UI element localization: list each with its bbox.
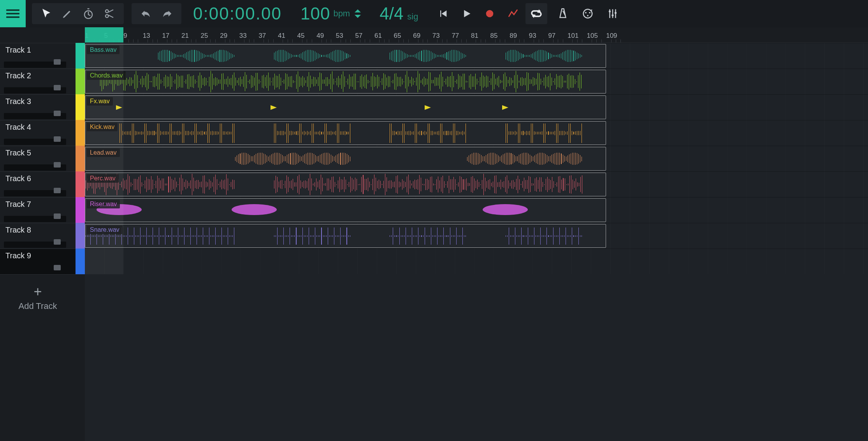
svg-point-6	[589, 12, 591, 14]
track-row[interactable]: Track 5	[0, 146, 76, 171]
add-track-button[interactable]: + Add Track	[0, 274, 76, 441]
track-volume-slider[interactable]	[4, 87, 66, 93]
track-volume-slider[interactable]	[4, 113, 66, 119]
ruler-tick: 25	[201, 32, 208, 40]
metronome-button[interactable]	[552, 3, 574, 24]
track-row[interactable]: Track 9	[0, 249, 76, 274]
clip-label: Kick.wav	[87, 123, 118, 131]
clip-label: Riser.wav	[87, 200, 120, 208]
clip-row[interactable]: Snare.wav	[85, 223, 868, 249]
redo-button[interactable]	[156, 3, 177, 24]
svg-rect-10	[615, 12, 617, 14]
track-row[interactable]: Track 6	[0, 171, 76, 197]
ruler-tick: 53	[336, 32, 343, 40]
track-row[interactable]: Track 7	[0, 197, 76, 223]
track-row[interactable]: Track 1	[0, 43, 76, 69]
track-name: Track 1	[5, 46, 70, 55]
color-strip	[76, 27, 85, 441]
audio-clip[interactable]: Snare.wav	[85, 224, 606, 248]
pencil-tool[interactable]	[57, 3, 78, 24]
hamburger-icon	[6, 7, 19, 20]
track-color-swatch[interactable]	[76, 223, 85, 249]
clip-row[interactable]: Perc.wav	[85, 171, 868, 197]
clips-area[interactable]: Bass.wavChords.wavFx.wavKick.wavLead.wav…	[85, 43, 868, 274]
clip-row[interactable]	[85, 249, 868, 274]
svg-rect-9	[612, 15, 614, 16]
track-color-swatch[interactable]	[76, 94, 85, 120]
clip-label: Perc.wav	[87, 174, 119, 183]
track-volume-slider[interactable]	[4, 139, 66, 145]
timeline-area[interactable]: 1591317212529333741454953576165697377818…	[85, 27, 868, 441]
signature-display[interactable]: 4/4 sig	[380, 4, 418, 23]
audio-clip[interactable]: Fx.wav	[85, 95, 606, 119]
time-display[interactable]: 0:00:00.00	[193, 4, 282, 23]
rewind-button[interactable]	[432, 3, 454, 24]
clip-label: Lead.wav	[87, 148, 120, 157]
stopwatch-tool[interactable]	[78, 3, 99, 24]
svg-rect-8	[609, 11, 611, 12]
track-volume-slider[interactable]	[4, 190, 66, 196]
track-color-swatch[interactable]	[76, 146, 85, 171]
ruler-tick: 41	[278, 32, 285, 40]
track-color-swatch[interactable]	[76, 171, 85, 197]
svg-point-12	[232, 204, 277, 215]
track-row[interactable]: Track 4	[0, 120, 76, 146]
audio-clip[interactable]: Perc.wav	[85, 173, 606, 196]
ruler-tick: 77	[452, 32, 459, 40]
track-row[interactable]: Track 8	[0, 223, 76, 249]
clip-label: Bass.wav	[87, 46, 119, 54]
track-volume-slider[interactable]	[4, 242, 66, 248]
ruler-tick: 93	[529, 32, 536, 40]
track-color-swatch[interactable]	[76, 197, 85, 223]
timeline-ruler[interactable]: 1591317212529333741454953576165697377818…	[85, 27, 868, 43]
clip-row[interactable]: Bass.wav	[85, 43, 868, 69]
pointer-tool[interactable]	[36, 3, 57, 24]
ruler-tick: 17	[162, 32, 169, 40]
audio-clip[interactable]: Riser.wav	[85, 198, 606, 222]
scissors-tool[interactable]	[99, 3, 120, 24]
workspace: Track 1 Track 2 Track 3 Track 4 Track 5 …	[0, 27, 868, 441]
track-color-swatch[interactable]	[76, 249, 85, 274]
record-button[interactable]	[479, 3, 501, 24]
ruler-tick: 45	[297, 32, 305, 40]
track-color-swatch[interactable]	[76, 120, 85, 146]
audio-clip[interactable]: Lead.wav	[85, 147, 606, 171]
toolbar: 0:00:00.00 100 bpm 4/4 sig	[0, 0, 868, 27]
track-color-swatch[interactable]	[76, 43, 85, 69]
tempo-spinner[interactable]	[355, 9, 361, 18]
track-row[interactable]: Track 3	[0, 94, 76, 120]
tempo-value: 100	[300, 4, 330, 23]
clip-row[interactable]: Lead.wav	[85, 146, 868, 171]
ruler-tick: 61	[374, 32, 382, 40]
menu-button[interactable]	[0, 0, 26, 27]
tempo-display[interactable]: 100 bpm	[300, 4, 361, 23]
automation-button[interactable]	[502, 3, 524, 24]
track-row[interactable]: Track 2	[0, 69, 76, 94]
clip-row[interactable]: Riser.wav	[85, 197, 868, 223]
track-volume-slider[interactable]	[4, 62, 66, 68]
mixer-button[interactable]	[602, 3, 624, 24]
clip-row[interactable]: Kick.wav	[85, 120, 868, 146]
track-color-swatch[interactable]	[76, 69, 85, 94]
track-volume-slider[interactable]	[4, 164, 66, 171]
play-button[interactable]	[455, 3, 477, 24]
ruler-tick: 73	[432, 32, 440, 40]
ruler-tick: 9	[123, 32, 127, 40]
ruler-tick: 101	[568, 32, 578, 40]
clip-row[interactable]: Chords.wav	[85, 69, 868, 94]
midi-button[interactable]	[577, 3, 599, 24]
loop-button[interactable]	[525, 3, 547, 24]
track-name: Track 9	[5, 251, 70, 260]
loop-region[interactable]	[85, 27, 123, 42]
ruler-tick: 13	[143, 32, 150, 40]
svg-point-3	[486, 10, 494, 18]
track-volume-slider[interactable]	[4, 267, 66, 273]
clip-row[interactable]: Fx.wav	[85, 94, 868, 120]
track-volume-slider[interactable]	[4, 216, 66, 222]
ruler-tick: 105	[587, 32, 598, 40]
audio-clip[interactable]: Chords.wav	[85, 70, 606, 93]
undo-button[interactable]	[135, 3, 156, 24]
audio-clip[interactable]: Bass.wav	[85, 44, 606, 68]
clip-label: Snare.wav	[87, 226, 123, 234]
audio-clip[interactable]: Kick.wav	[85, 121, 606, 145]
